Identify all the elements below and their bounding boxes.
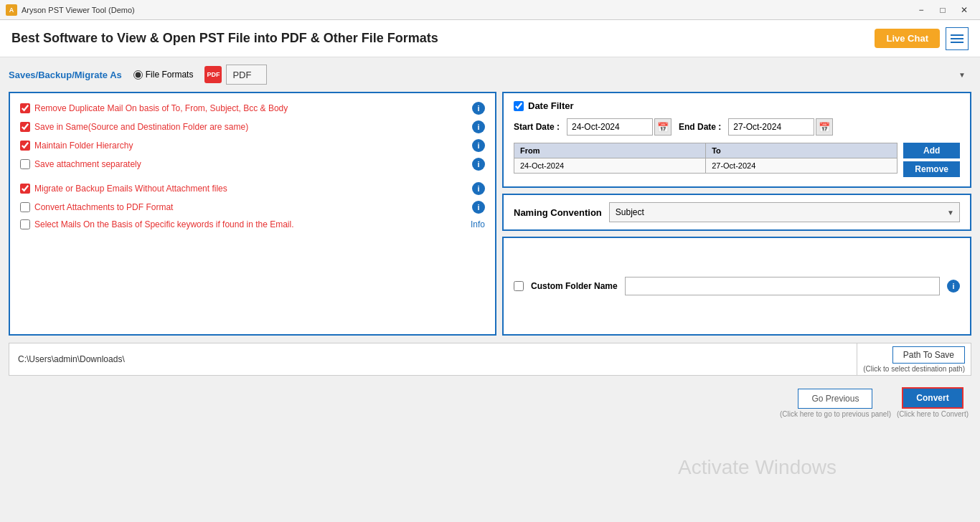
date-row: Start Date : 📅 End Date : 📅 xyxy=(514,118,960,136)
select-keywords-checkbox[interactable] xyxy=(20,219,30,229)
date-actions: Add Remove xyxy=(903,143,960,177)
add-date-button[interactable]: Add xyxy=(903,143,960,158)
remove-duplicate-label: Remove Duplicate Mail On basis of To, Fr… xyxy=(34,103,468,113)
custom-folder-label: Custom Folder Name xyxy=(531,281,618,291)
option-row-1: Remove Duplicate Mail On basis of To, Fr… xyxy=(20,102,485,115)
table-cell-from: 24-Oct-2024 xyxy=(514,158,706,174)
convert-hint: (Click here to Convert) xyxy=(897,410,969,418)
naming-convention-select[interactable]: Subject Date From To xyxy=(609,202,960,222)
date-table-header-to: To xyxy=(706,143,897,158)
panels-row: Remove Duplicate Mail On basis of To, Fr… xyxy=(9,92,971,336)
path-to-save-section: Path To Save (Click to select destinatio… xyxy=(857,343,971,375)
save-attachment-info-icon[interactable]: i xyxy=(472,158,485,171)
migrate-backup-checkbox[interactable] xyxy=(20,184,30,194)
option-row-2: Save in Same(Source and Destination Fold… xyxy=(20,120,485,133)
option-row-7: Select Mails On the Basis of Specific ke… xyxy=(20,219,485,229)
live-chat-button[interactable]: Live Chat xyxy=(875,29,940,48)
table-cell-to: 27-Oct-2024 xyxy=(706,158,897,174)
minimize-button[interactable]: − xyxy=(911,2,931,18)
custom-folder-input[interactable] xyxy=(625,277,940,295)
option-row-6: Convert Attachments to PDF Format i xyxy=(20,201,485,214)
date-filter-box: Date Filter Start Date : 📅 End Date : 📅 xyxy=(502,92,971,188)
custom-folder-checkbox[interactable] xyxy=(514,281,524,291)
date-table-header-from: From xyxy=(514,143,706,158)
save-same-checkbox[interactable] xyxy=(20,122,30,132)
start-date-input[interactable] xyxy=(567,118,653,136)
end-date-input-wrap: 📅 xyxy=(728,118,833,136)
maintain-hierarchy-info-icon[interactable]: i xyxy=(472,139,485,152)
naming-convention-box: Naming Convention Subject Date From To xyxy=(502,194,971,231)
footer-row: Go Previous (Click here to go to previou… xyxy=(9,387,971,418)
title-bar-text: Aryson PST Viewer Tool (Demo) xyxy=(22,6,135,14)
header-right: Live Chat xyxy=(875,27,969,50)
custom-folder-info-icon[interactable]: i xyxy=(947,280,960,293)
remove-duplicate-info-icon[interactable]: i xyxy=(472,102,485,115)
migrate-backup-info-icon[interactable]: i xyxy=(472,182,485,195)
convert-button[interactable]: Convert xyxy=(902,387,963,409)
file-formats-label: File Formats xyxy=(146,70,194,80)
date-filter-checkbox[interactable] xyxy=(514,101,524,111)
date-filter-label: Date Filter xyxy=(528,100,574,111)
windows-watermark: Activate Windows xyxy=(678,456,837,479)
menu-line-2 xyxy=(951,38,963,39)
start-date-label: Start Date : xyxy=(514,122,560,132)
maximize-button[interactable]: □ xyxy=(933,2,953,18)
convert-attachments-info-icon[interactable]: i xyxy=(472,201,485,214)
path-display: C:\Users\admin\Downloads\ xyxy=(9,343,857,375)
convert-attachments-checkbox[interactable] xyxy=(20,202,30,212)
title-bar: A Aryson PST Viewer Tool (Demo) − □ ✕ xyxy=(0,0,980,20)
convert-btn-wrap: Convert (Click here to Convert) xyxy=(897,387,969,418)
saves-tab[interactable]: Saves/Backup/Migrate As xyxy=(9,70,122,80)
previous-button[interactable]: Go Previous xyxy=(798,389,872,409)
date-table: From To 24-Oct-2024 27-Oct-2024 xyxy=(514,143,897,174)
app-header: Best Software to View & Open PST File in… xyxy=(0,20,980,57)
table-row: 24-Oct-2024 27-Oct-2024 xyxy=(514,158,897,174)
format-dropdown-wrapper: PDF PDF PST MSG EML HTML RTF TEXT DOC MB… xyxy=(204,65,971,85)
keywords-info-text[interactable]: Info xyxy=(471,219,485,229)
save-attachment-checkbox[interactable] xyxy=(20,159,30,169)
remove-duplicate-checkbox[interactable] xyxy=(20,103,30,113)
menu-line-3 xyxy=(951,42,963,43)
pdf-icon: PDF xyxy=(204,66,222,83)
menu-line-1 xyxy=(951,34,963,36)
option-row-4: Save attachment separately i xyxy=(20,158,485,171)
file-formats-radio[interactable] xyxy=(133,70,143,80)
end-date-label: End Date : xyxy=(679,122,721,132)
left-panel: Remove Duplicate Mail On basis of To, Fr… xyxy=(9,92,496,336)
previous-btn-wrap: Go Previous (Click here to go to previou… xyxy=(780,389,891,418)
naming-select-wrap: Subject Date From To xyxy=(609,202,960,222)
remove-date-button[interactable]: Remove xyxy=(903,161,960,177)
end-date-calendar-button[interactable]: 📅 xyxy=(816,118,833,136)
title-bar-controls: − □ ✕ xyxy=(911,2,974,18)
path-to-save-button[interactable]: Path To Save xyxy=(892,346,965,364)
save-same-info-icon[interactable]: i xyxy=(472,120,485,133)
date-content-row: From To 24-Oct-2024 27-Oct-2024 xyxy=(514,143,960,179)
start-date-calendar-button[interactable]: 📅 xyxy=(654,118,672,136)
menu-button[interactable] xyxy=(946,27,969,50)
radio-group: File Formats xyxy=(133,70,194,80)
start-date-input-wrap: 📅 xyxy=(567,118,672,136)
path-hint: (Click to select destination path) xyxy=(863,365,965,373)
option-row-3: Maintain Folder Hierarchy i xyxy=(20,139,485,152)
migrate-backup-label: Migrate or Backup Emails Without Attachm… xyxy=(34,184,468,194)
end-date-input[interactable] xyxy=(728,118,814,136)
previous-hint: (Click here to go to previous panel) xyxy=(780,410,891,418)
convert-attachments-label: Convert Attachments to PDF Format xyxy=(34,202,468,212)
title-bar-left: A Aryson PST Viewer Tool (Demo) xyxy=(6,4,135,16)
maintain-hierarchy-checkbox[interactable] xyxy=(20,141,30,151)
naming-convention-label: Naming Convention xyxy=(514,207,602,218)
app-icon: A xyxy=(6,4,17,16)
option-row-5: Migrate or Backup Emails Without Attachm… xyxy=(20,182,485,195)
tab-row: Saves/Backup/Migrate As File Formats PDF… xyxy=(9,65,971,85)
date-table-wrap: From To 24-Oct-2024 27-Oct-2024 xyxy=(514,143,897,179)
format-select-wrapper: PDF PST MSG EML HTML RTF TEXT DOC MBOX C… xyxy=(226,65,971,85)
right-panel: Date Filter Start Date : 📅 End Date : 📅 xyxy=(502,92,971,336)
select-keywords-label: Select Mails On the Basis of Specific ke… xyxy=(34,219,466,229)
maintain-hierarchy-label: Maintain Folder Hierarchy xyxy=(34,141,468,151)
close-button[interactable]: ✕ xyxy=(954,2,974,18)
save-attachment-label: Save attachment separately xyxy=(34,159,468,169)
format-select[interactable]: PDF PST MSG EML HTML RTF TEXT DOC MBOX C… xyxy=(226,65,267,85)
date-filter-header: Date Filter xyxy=(514,100,960,111)
bottom-bar: C:\Users\admin\Downloads\ Path To Save (… xyxy=(9,343,971,376)
main-content: Saves/Backup/Migrate As File Formats PDF… xyxy=(0,57,980,425)
